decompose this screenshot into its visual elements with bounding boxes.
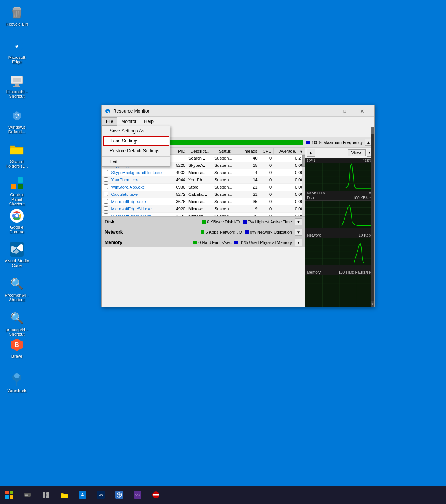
row-avg: 0.00	[273, 176, 305, 184]
row-desc: Microso...	[187, 205, 213, 213]
col-desc[interactable]: Descript...	[187, 148, 213, 155]
taskbar-vs-icon[interactable]: VS	[128, 486, 147, 504]
desktop-icon-recycle-bin[interactable]: Recycle Bin	[3, 3, 31, 28]
svg-rect-17	[18, 184, 23, 189]
menu-save-settings[interactable]: Save Settings As...	[102, 126, 170, 136]
procmon64-label: Procmon64 - Shortcut	[5, 293, 29, 302]
taskbar-powershell[interactable]: PS	[92, 486, 110, 504]
row-name: MicrosoftEdge.exe	[110, 198, 172, 205]
svg-text:A: A	[81, 493, 84, 497]
desktop-icon-windefend[interactable]: 🛡 Windows Defend...	[3, 106, 31, 136]
row-desc: SkypeA...	[187, 162, 213, 169]
memory-graph-canvas	[305, 275, 374, 307]
row-checkbox[interactable]	[102, 184, 110, 191]
window-minimize-button[interactable]: −	[318, 105, 336, 117]
row-name: Calculator.exe	[110, 191, 172, 198]
row-pid: 5220	[172, 162, 187, 169]
desktop-icon-brave[interactable]: B Brave	[3, 335, 31, 360]
menu-load-settings[interactable]: Load Settings...	[103, 136, 169, 146]
row-name: WinStore.App.exe	[110, 184, 172, 191]
row-desc: Store	[187, 184, 213, 191]
desktop-icon-control-panel[interactable]: Control Panel Shortcut	[3, 174, 31, 208]
disk-metric1-color	[202, 220, 206, 224]
svg-rect-76	[153, 494, 159, 496]
taskbar-search[interactable]	[18, 486, 37, 504]
svg-rect-59	[25, 495, 28, 496]
right-panel-scrollbar[interactable]: ▼	[371, 148, 374, 307]
taskbar-no-entry[interactable]	[147, 486, 165, 504]
col-threads[interactable]: Threads	[237, 148, 259, 155]
network-metric1-color	[201, 230, 204, 234]
network-section-header[interactable]: Network 5 Kbps Network I/O 0% Network Ut…	[102, 227, 305, 237]
disk-collapse-btn[interactable]: ▼	[295, 218, 302, 225]
svg-rect-62	[43, 495, 45, 498]
row-checkbox[interactable]	[102, 205, 110, 213]
desktop-icon-edge[interactable]: e Microsoft Edge	[3, 36, 31, 66]
procexp64-icon: 🔍	[9, 310, 25, 326]
window-titlebar: R Resource Monitor − □ ✕	[102, 105, 374, 117]
row-checkbox[interactable]	[102, 191, 110, 198]
disk-section-header[interactable]: Disk 0 KB/sec Disk I/O 0% Highest Active…	[102, 216, 305, 227]
menu-help[interactable]: Help	[140, 118, 157, 125]
row-pid: 5272	[172, 191, 187, 198]
memory-collapse-btn[interactable]: ▼	[295, 239, 302, 246]
window-close-button[interactable]: ✕	[354, 105, 371, 117]
row-checkbox[interactable]	[102, 198, 110, 205]
memory-section-header[interactable]: Memory 0 Hard Faults/sec 31% Used Physic…	[102, 237, 305, 247]
row-checkbox[interactable]	[102, 213, 110, 217]
control-panel-icon	[9, 175, 25, 191]
row-pid: 4944	[172, 176, 187, 184]
desktop-icon-wireshark[interactable]: Wireshark	[3, 370, 31, 394]
start-button[interactable]	[0, 486, 18, 504]
taskbar-blue-app[interactable]: A	[73, 486, 92, 504]
network-metric2-text: 0% Network Utilization	[250, 230, 292, 234]
col-pid[interactable]: PID	[172, 148, 187, 155]
row-cpu: 0	[259, 169, 273, 176]
disk-title: Disk	[105, 219, 114, 225]
brave-icon: B	[9, 337, 25, 353]
taskbar-file-explorer[interactable]	[55, 486, 73, 504]
svg-rect-16	[11, 184, 16, 189]
col-status[interactable]: Status	[213, 148, 237, 155]
chrome-icon	[9, 208, 25, 224]
window-maximize-button[interactable]: □	[336, 105, 354, 117]
row-checkbox[interactable]	[102, 169, 110, 176]
svg-text:VS: VS	[135, 493, 140, 497]
col-cpu[interactable]: CPU	[259, 148, 273, 155]
row-cpu: 0	[259, 191, 273, 198]
row-desc: Microso...	[187, 213, 213, 217]
col-avg[interactable]: Average... ▼	[273, 148, 305, 155]
row-status: Suspen...	[213, 169, 237, 176]
graph-play-btn[interactable]: ▶	[307, 149, 315, 157]
views-button[interactable]: Views	[348, 149, 366, 156]
cpu-usage-text: 100% Maximum Frequency	[311, 140, 363, 145]
row-threads: 40	[237, 155, 259, 162]
svg-text:PS: PS	[99, 493, 103, 497]
table-scrollbar[interactable]	[302, 155, 305, 216]
menu-monitor[interactable]: Monitor	[117, 118, 140, 125]
row-checkbox[interactable]	[102, 176, 110, 184]
row-desc: YourPh...	[187, 176, 213, 184]
taskbar-task-view[interactable]	[37, 486, 55, 504]
windefend-label: Windows Defend...	[5, 125, 29, 134]
desktop-icon-ethernet[interactable]: Ethernet0 - Shortcut	[3, 71, 31, 100]
row-cpu: 0	[259, 162, 273, 169]
row-avg: 0.27	[273, 155, 305, 162]
row-pid: 3676	[172, 198, 187, 205]
desktop-icon-procexp64[interactable]: 🔍 procexp64 - Shortcut	[3, 309, 31, 338]
desktop-icon-procmon64[interactable]: 🔍 Procmon64 - Shortcut	[3, 274, 31, 304]
desktop-icon-chrome[interactable]: Google Chrome	[3, 206, 31, 236]
menu-separator	[102, 156, 170, 157]
menu-exit[interactable]: Exit	[102, 157, 170, 166]
row-status: Suspen...	[213, 213, 237, 217]
disk-graph-canvas	[305, 201, 374, 228]
desktop-icon-vscode[interactable]: Visual Studio Code	[3, 240, 31, 269]
menu-file[interactable]: File	[102, 117, 117, 126]
svg-rect-15	[18, 177, 23, 183]
network-graph-footer: 0	[305, 265, 374, 270]
network-collapse-btn[interactable]: ▼	[295, 229, 302, 236]
taskbar-network-icon[interactable]	[110, 486, 128, 504]
row-avg: 0.00	[273, 198, 305, 205]
desktop-icon-shared-folders[interactable]: Shared Folders (v...	[3, 141, 31, 170]
menu-restore-defaults[interactable]: Restore Default Settings	[102, 146, 170, 155]
